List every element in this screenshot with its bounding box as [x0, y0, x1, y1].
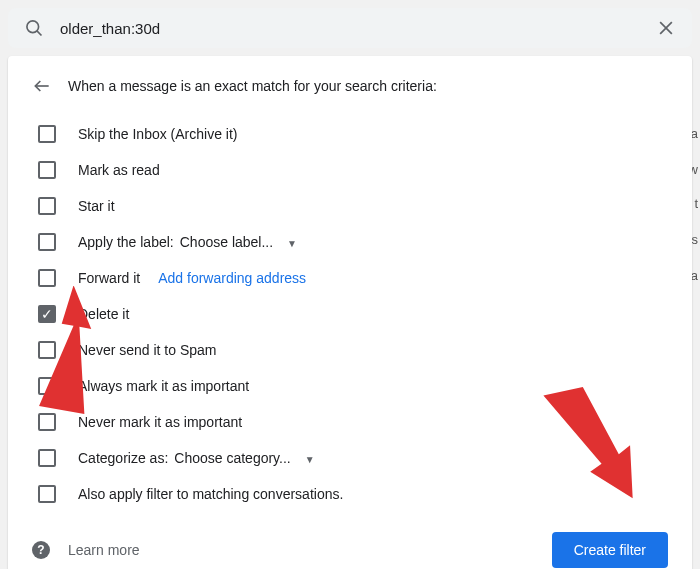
label-always-important: Always mark it as important [78, 378, 249, 394]
search-bar [8, 8, 692, 48]
label-apply-label: Apply the label: [78, 234, 174, 250]
search-input[interactable] [60, 20, 656, 37]
panel-header: When a message is an exact match for you… [32, 76, 668, 96]
learn-more-link[interactable]: Learn more [68, 542, 140, 558]
option-categorize: Categorize as: Choose category... ▼ [32, 440, 668, 476]
chevron-down-icon: ▼ [287, 238, 297, 249]
checkbox-apply-label[interactable] [38, 233, 56, 251]
label-star: Star it [78, 198, 115, 214]
label-forward: Forward it [78, 270, 140, 286]
checkbox-never-important[interactable] [38, 413, 56, 431]
label-delete: Delete it [78, 306, 129, 322]
checkbox-delete[interactable]: ✓ [38, 305, 56, 323]
checkbox-also-apply[interactable] [38, 485, 56, 503]
create-filter-button[interactable]: Create filter [552, 532, 668, 568]
select-choose-label[interactable]: Choose label... ▼ [180, 234, 297, 250]
label-also-apply: Also apply filter to matching conversati… [78, 486, 343, 502]
label-never-spam: Never send it to Spam [78, 342, 217, 358]
checkmark-icon: ✓ [41, 307, 53, 321]
checkbox-mark-read[interactable] [38, 161, 56, 179]
svg-point-0 [27, 21, 39, 33]
option-star: Star it [32, 188, 668, 224]
label-skip-inbox: Skip the Inbox (Archive it) [78, 126, 238, 142]
checkbox-skip-inbox[interactable] [38, 125, 56, 143]
bg-text: s [692, 232, 699, 247]
option-never-spam: Never send it to Spam [32, 332, 668, 368]
label-mark-read: Mark as read [78, 162, 160, 178]
checkbox-never-spam[interactable] [38, 341, 56, 359]
option-also-apply: Also apply filter to matching conversati… [32, 476, 668, 512]
learn-more-group: ? Learn more [32, 541, 140, 559]
filter-panel: When a message is an exact match for you… [8, 56, 692, 569]
checkbox-forward[interactable] [38, 269, 56, 287]
option-delete: ✓ Delete it [32, 296, 668, 332]
bg-text: t [694, 196, 698, 211]
label-never-important: Never mark it as important [78, 414, 242, 430]
chevron-down-icon: ▼ [305, 454, 315, 465]
checkbox-categorize[interactable] [38, 449, 56, 467]
option-always-important: Always mark it as important [32, 368, 668, 404]
link-add-forwarding[interactable]: Add forwarding address [158, 270, 306, 286]
close-icon[interactable] [656, 18, 676, 38]
panel-footer: ? Learn more Create filter [32, 532, 668, 568]
label-categorize: Categorize as: [78, 450, 168, 466]
help-icon[interactable]: ? [32, 541, 50, 559]
back-arrow-icon[interactable] [32, 76, 52, 96]
option-mark-read: Mark as read [32, 152, 668, 188]
checkbox-star[interactable] [38, 197, 56, 215]
checkbox-always-important[interactable] [38, 377, 56, 395]
svg-line-1 [37, 31, 42, 36]
option-never-important: Never mark it as important [32, 404, 668, 440]
select-choose-category[interactable]: Choose category... ▼ [174, 450, 314, 466]
panel-title: When a message is an exact match for you… [68, 78, 437, 94]
option-forward: Forward it Add forwarding address [32, 260, 668, 296]
search-icon[interactable] [24, 18, 44, 38]
option-skip-inbox: Skip the Inbox (Archive it) [32, 116, 668, 152]
option-apply-label: Apply the label: Choose label... ▼ [32, 224, 668, 260]
